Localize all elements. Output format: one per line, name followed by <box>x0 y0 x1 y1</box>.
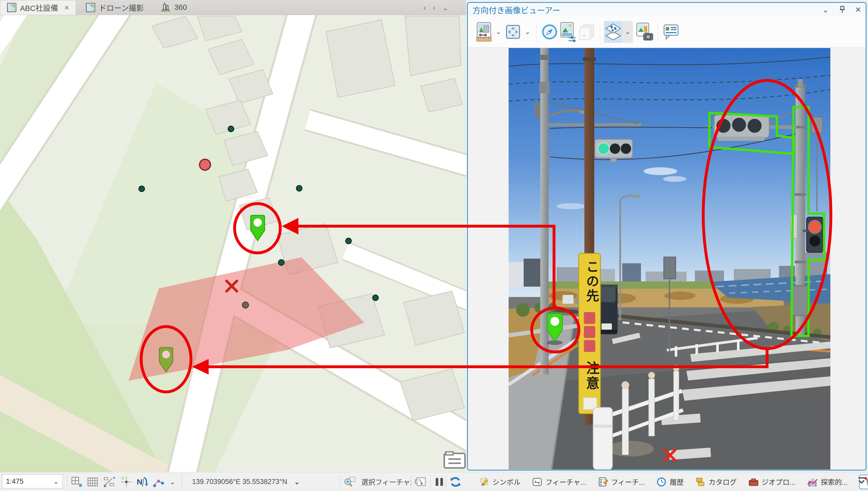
distant-truck <box>563 295 573 304</box>
viewer-toolbar: ⌄ ⌄ <box>468 16 866 48</box>
tab-abc-facilities[interactable]: ABC社設備 × <box>0 0 76 15</box>
north-arrow-button[interactable]: N <box>136 475 149 488</box>
symbology-brush-icon <box>479 477 489 487</box>
tab-label: ドローン撮影 <box>99 2 144 13</box>
brown-point[interactable] <box>242 302 249 308</box>
tab-360[interactable]: 360 <box>153 0 194 15</box>
nav-more-icon[interactable]: ⌄ <box>442 3 449 12</box>
dock-tab-label: シンボル <box>493 477 521 487</box>
tab-drone-shoot[interactable]: ドローン撮影 <box>79 0 150 15</box>
dock-tab-label: フィーチャ... <box>545 477 586 487</box>
map-view-tab-bar: ABC社設備 × ドローン撮影 360 <box>0 0 466 15</box>
navigate-dropdown-chevron[interactable]: ⌄ <box>522 21 533 43</box>
exploratory-analysis-icon <box>807 477 818 487</box>
coverage-dropdown-chevron[interactable]: ⌄ <box>622 21 633 43</box>
dock-tab-label: 履歴 <box>670 477 684 487</box>
compass-button[interactable] <box>540 21 559 43</box>
attributes-button[interactable] <box>662 21 680 43</box>
view-navigation: ‹ › ⌄ <box>423 0 449 15</box>
edit-dropdown-chevron[interactable]: ⌄ <box>168 475 177 488</box>
dock-overflow-button[interactable] <box>856 476 867 487</box>
dock-tab-label: カタログ <box>709 477 737 487</box>
scale-value: 1:475 <box>6 478 24 486</box>
coordinate-readout[interactable]: 139.7039056°E 35.5538273°N ⌄ <box>192 472 300 491</box>
pause-drawing-button[interactable] <box>433 475 446 488</box>
catalog-icon <box>695 477 705 487</box>
dock-tab-history[interactable]: 履歴 <box>656 477 684 487</box>
chevron-down-icon: ⌄ <box>53 477 59 486</box>
svg-text:N: N <box>137 478 142 486</box>
dock-tab-symbology[interactable]: シンボル <box>479 477 521 487</box>
oriented-imagery-viewer-panel: 方向付き画像ビューアー ⌄ × <box>467 2 866 470</box>
dock-tab-bar: シンボル フィーチャ... フィーチ... 履歴 カタログ ジオプロ... 探索… <box>467 472 868 491</box>
scale-dropdown[interactable]: 1:475 ⌄ <box>2 474 63 488</box>
dock-tab-geoprocessing[interactable]: ジオプロ... <box>748 477 795 487</box>
tab-label: 360 <box>174 3 187 12</box>
panel-title: 方向付き画像ビューアー <box>473 4 560 16</box>
geoprocessing-toolbox-icon <box>748 477 758 487</box>
red-point[interactable] <box>200 159 211 170</box>
sign-text-bottom: 注意 <box>582 361 601 391</box>
asphalt-patch <box>607 441 654 457</box>
snap-button[interactable] <box>120 475 133 488</box>
tab-label: ABC社設備 <box>20 2 58 13</box>
image-enhancement-button[interactable] <box>559 21 578 43</box>
panel-menu-chevron-icon[interactable]: ⌄ <box>822 5 829 14</box>
dock-tab-feature-form[interactable]: フィーチ... <box>597 477 645 487</box>
dock-tab-catalog[interactable]: カタログ <box>695 477 737 487</box>
arcgis-pro-window: ABC社設備 × ドローン撮影 360 ‹ › ⌄ <box>0 0 868 491</box>
feature-form-icon <box>597 477 608 487</box>
refresh-button[interactable] <box>449 475 462 488</box>
coordinates-value: 139.7039056°E 35.5538273°N <box>192 478 287 486</box>
close-tab-icon[interactable]: × <box>64 3 69 12</box>
navigate-button[interactable] <box>504 21 522 43</box>
selection-tool-icon[interactable] <box>415 475 428 488</box>
dock-tab-feature-table[interactable]: フィーチャ... <box>532 477 586 487</box>
new-view-button[interactable] <box>70 475 83 488</box>
edit-measure-button[interactable] <box>103 475 116 488</box>
coverage-layers-button-active[interactable] <box>604 21 622 43</box>
image-gallery-button-disabled <box>578 21 596 43</box>
dock-tab-exploratory[interactable]: 探索的... <box>807 477 848 487</box>
image-location-button[interactable] <box>636 21 654 43</box>
panel-header: 方向付き画像ビューアー ⌄ × <box>468 3 866 16</box>
map-thumbnail-icon <box>7 3 16 12</box>
sign-text-top: この先 <box>582 260 601 304</box>
layer-dropdown-chevron[interactable]: ⌄ <box>493 21 504 43</box>
map-thumbnail-icon <box>86 3 95 12</box>
map-drawing <box>0 15 466 472</box>
nav-back-icon[interactable]: ‹ <box>423 3 426 12</box>
zoom-to-selection-icon[interactable] <box>343 475 356 488</box>
selection-label: 選択フィーチャ: <box>361 477 412 487</box>
map-canvas[interactable] <box>0 15 466 472</box>
pin-panel-icon[interactable] <box>838 5 846 14</box>
close-panel-icon[interactable]: × <box>855 4 861 15</box>
dock-tab-label: 探索的... <box>821 477 848 487</box>
road-sign-back <box>664 257 676 279</box>
feature-table-icon <box>532 477 542 487</box>
edit-vertices-button[interactable] <box>152 475 166 488</box>
map-overlay-board-icon[interactable] <box>444 452 465 468</box>
chevron-down-icon: ⌄ <box>294 478 300 486</box>
oriented-image-photo[interactable] <box>509 48 830 469</box>
grid-button[interactable] <box>86 475 99 488</box>
nav-forward-icon[interactable]: › <box>433 3 436 12</box>
scene-3d-icon <box>160 2 171 13</box>
selected-features-status[interactable]: 選択フィーチャ: 0 <box>361 472 419 491</box>
history-clock-icon <box>656 477 667 487</box>
dock-tab-label: フィーチ... <box>611 477 645 487</box>
dock-tab-label: ジオプロ... <box>762 477 795 487</box>
oriented-imagery-layer-button[interactable] <box>475 21 493 43</box>
